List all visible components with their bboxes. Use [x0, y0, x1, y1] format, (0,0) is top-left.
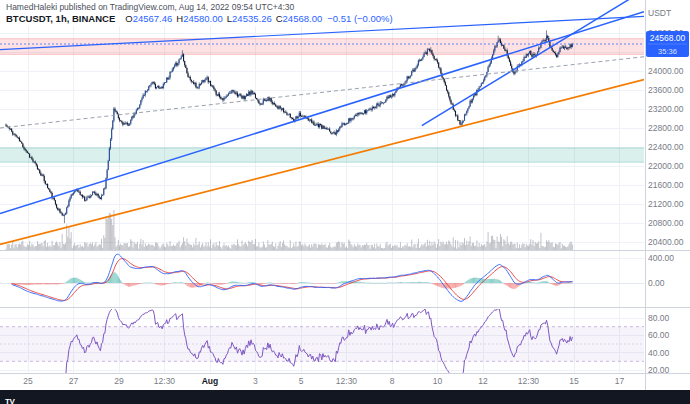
symbol-title[interactable]: BTCUSDT, 1h, BINANCE — [6, 13, 115, 24]
price-tick-label: 20800.00 — [648, 218, 684, 228]
ohlc-close: C24568.00 — [272, 13, 323, 24]
price-change: −0.51 (−0.00%) — [327, 13, 393, 24]
time-tick-label: 12 — [478, 376, 488, 386]
symbol-legend: BTCUSDT, 1h, BINANCEO24567.46H24580.00L2… — [6, 13, 393, 24]
rising-wedge-support — [422, 0, 644, 126]
macd-tick-label: 0.00 — [648, 278, 665, 288]
price-tick-label: 22400.00 — [648, 142, 684, 152]
time-tick-label: 3 — [253, 376, 258, 386]
price-tick-label: 24000.00 — [648, 66, 684, 76]
dashed-reference-line — [0, 57, 644, 128]
rsi-tick-label: 40.00 — [648, 348, 670, 358]
macd-pane — [11, 254, 573, 301]
axis-currency-label: USDT — [648, 8, 671, 18]
rsi-tick-label: 60.00 — [648, 330, 670, 340]
price-axis: USDT24800.0024000.0023600.0023200.002280… — [648, 8, 684, 375]
footer-bar: TV — [0, 390, 690, 404]
price-tick-label: 22800.00 — [648, 123, 684, 133]
volume-layer — [6, 210, 573, 250]
time-tick-label: 10 — [433, 376, 443, 386]
support-zone — [0, 148, 644, 162]
grid-layer — [0, 26, 644, 374]
price-tick-label: 21200.00 — [648, 199, 684, 209]
time-tick-label: Aug — [202, 376, 219, 386]
price-tick-label: 20400.00 — [648, 237, 684, 247]
svg-text:24568.00: 24568.00 — [650, 33, 686, 43]
svg-text:35:36: 35:36 — [658, 47, 677, 56]
time-tick-label: 12:30 — [336, 376, 358, 386]
ohlc-low: L24535.26 — [223, 13, 272, 24]
time-tick-label: 17 — [615, 376, 625, 386]
rsi-tick-label: 80.00 — [648, 313, 670, 323]
rsi-tick-label: 20.00 — [648, 365, 670, 375]
rsi-pane — [0, 307, 644, 386]
zones-layer — [0, 39, 644, 163]
time-tick-label: 8 — [390, 376, 395, 386]
candles-layer — [5, 30, 572, 223]
time-tick-label: 12:30 — [518, 376, 540, 386]
time-tick-label: 25 — [23, 376, 33, 386]
time-tick-label: 5 — [299, 376, 304, 386]
tradingview-logo[interactable]: TV — [5, 395, 14, 404]
last-price-badge: 24568.0035:36 — [646, 31, 689, 57]
time-tick-label: 12:30 — [154, 376, 176, 386]
resistance-zone — [0, 39, 644, 55]
macd-tick-label: 400.00 — [648, 253, 674, 263]
price-tick-label: 23600.00 — [648, 85, 684, 95]
publish-info: HamedHaleki published on TradingView.com… — [6, 2, 294, 12]
ohlc-open: O24567.46 — [121, 13, 172, 24]
chart-canvas[interactable]: USDT24800.0024000.0023600.0023200.002280… — [0, 0, 690, 390]
tradingview-snapshot: USDT24800.0024000.0023600.0023200.002280… — [0, 0, 690, 404]
time-tick-label: 27 — [69, 376, 79, 386]
price-tick-label: 23200.00 — [648, 104, 684, 114]
time-tick-label: 15 — [569, 376, 579, 386]
time-tick-label: 29 — [114, 376, 124, 386]
price-tick-label: 21600.00 — [648, 180, 684, 190]
price-tick-label: 22000.00 — [648, 161, 684, 171]
ohlc-high: H24580.00 — [172, 13, 223, 24]
time-axis: 25272912:30Aug3512:308101212:301517 — [23, 376, 624, 386]
